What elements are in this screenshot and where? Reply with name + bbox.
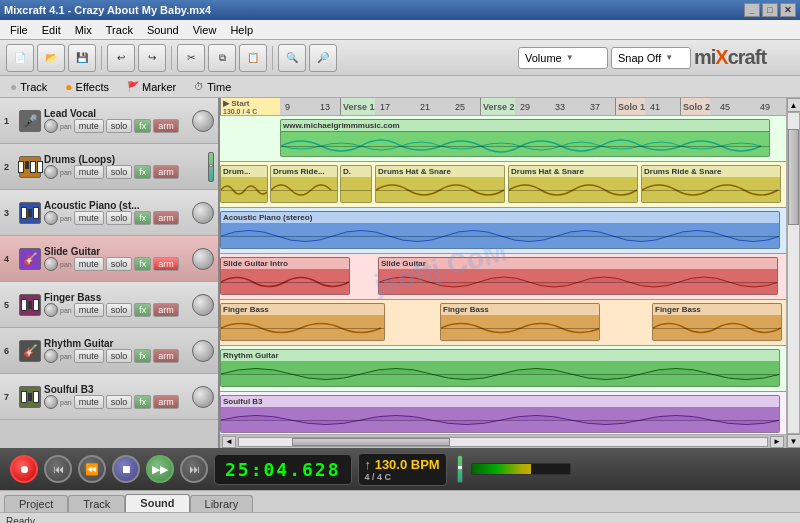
scroll-left-button[interactable]: ◄	[222, 436, 236, 448]
clip[interactable]: Finger Bass	[652, 303, 782, 341]
solo-button[interactable]: solo	[106, 349, 133, 363]
minimize-button[interactable]: _	[744, 3, 760, 17]
menu-view[interactable]: View	[187, 22, 223, 38]
volume-knob[interactable]	[192, 294, 214, 316]
mute-button[interactable]: mute	[74, 165, 104, 179]
tab-marker[interactable]: 🚩 Marker	[121, 79, 182, 95]
volume-dropdown[interactable]: Volume ▼	[518, 47, 608, 69]
vscroll-track[interactable]	[787, 112, 800, 434]
arm-button[interactable]: arm	[153, 165, 179, 179]
fx-button[interactable]: fx	[134, 303, 151, 317]
clip[interactable]: Slide Guitar Intro	[220, 257, 350, 295]
zoom-in-button[interactable]: 🔍	[278, 44, 306, 72]
pan-knob[interactable]	[44, 303, 58, 317]
scroll-track[interactable]	[238, 437, 768, 447]
undo-button[interactable]: ↩	[107, 44, 135, 72]
new-button[interactable]: 📄	[6, 44, 34, 72]
menu-help[interactable]: Help	[224, 22, 259, 38]
mute-button[interactable]: mute	[74, 349, 104, 363]
menu-edit[interactable]: Edit	[36, 22, 67, 38]
pan-knob[interactable]	[44, 395, 58, 409]
play-button[interactable]: ▶▶	[146, 455, 174, 483]
clip[interactable]: Soulful B3	[220, 395, 780, 433]
fx-button[interactable]: fx	[134, 165, 151, 179]
clip[interactable]: Rhythm Guitar	[220, 349, 780, 387]
clip[interactable]: Drum...	[220, 165, 268, 203]
clip[interactable]: D.	[340, 165, 372, 203]
volume-knob[interactable]	[192, 340, 214, 362]
rewind-button[interactable]: ⏪	[78, 455, 106, 483]
fx-button[interactable]: fx	[134, 119, 151, 133]
redo-button[interactable]: ↪	[138, 44, 166, 72]
mute-button[interactable]: mute	[74, 395, 104, 409]
clip[interactable]: Slide Guitar	[378, 257, 778, 295]
clip[interactable]: Drums Hat & Snare	[508, 165, 638, 203]
menu-track[interactable]: Track	[100, 22, 139, 38]
tab-track-bottom[interactable]: Track	[68, 495, 125, 512]
volume-fader[interactable]	[208, 152, 214, 182]
arm-button[interactable]: arm	[153, 303, 179, 317]
solo-button[interactable]: solo	[106, 303, 133, 317]
pan-knob[interactable]	[44, 349, 58, 363]
clip[interactable]: Finger Bass	[440, 303, 600, 341]
arm-button[interactable]: arm	[153, 257, 179, 271]
pan-knob[interactable]	[44, 211, 58, 225]
volume-knob[interactable]	[192, 248, 214, 270]
vscroll-thumb[interactable]	[788, 129, 799, 225]
close-button[interactable]: ✕	[780, 3, 796, 17]
clip[interactable]: Drums Ride & Snare	[641, 165, 781, 203]
arm-button[interactable]: arm	[153, 211, 179, 225]
mute-button[interactable]: mute	[74, 119, 104, 133]
vscroll-up-button[interactable]: ▲	[787, 98, 801, 112]
vscroll-down-button[interactable]: ▼	[787, 434, 801, 448]
solo-button[interactable]: solo	[106, 257, 133, 271]
solo-button[interactable]: solo	[106, 165, 133, 179]
save-button[interactable]: 💾	[68, 44, 96, 72]
tab-track[interactable]: ● Track	[4, 78, 53, 96]
menu-mix[interactable]: Mix	[69, 22, 98, 38]
arm-button[interactable]: arm	[153, 119, 179, 133]
arm-button[interactable]: arm	[153, 349, 179, 363]
record-button[interactable]: ⏺	[10, 455, 38, 483]
scroll-right-button[interactable]: ►	[770, 436, 784, 448]
solo-button[interactable]: solo	[106, 211, 133, 225]
mute-button[interactable]: mute	[74, 257, 104, 271]
menu-sound[interactable]: Sound	[141, 22, 185, 38]
volume-knob[interactable]	[192, 202, 214, 224]
go-end-button[interactable]: ⏭	[180, 455, 208, 483]
clip[interactable]: www.michaelgrimmmusic.com	[280, 119, 770, 157]
mute-button[interactable]: mute	[74, 211, 104, 225]
fx-button[interactable]: fx	[134, 257, 151, 271]
tab-time[interactable]: ⏱ Time	[188, 79, 237, 95]
tab-project[interactable]: Project	[4, 495, 68, 512]
clip[interactable]: Drums Ride...	[270, 165, 338, 203]
zoom-out-button[interactable]: 🔎	[309, 44, 337, 72]
master-volume-fader[interactable]	[457, 455, 463, 483]
tab-sound[interactable]: Sound	[125, 494, 189, 512]
stop-button[interactable]: ⏹	[112, 455, 140, 483]
solo-button[interactable]: solo	[106, 119, 133, 133]
pan-knob[interactable]	[44, 165, 58, 179]
volume-knob[interactable]	[192, 386, 214, 408]
clip[interactable]: Finger Bass	[220, 303, 385, 341]
pan-knob[interactable]	[44, 257, 58, 271]
copy-button[interactable]: ⧉	[208, 44, 236, 72]
tab-library[interactable]: Library	[190, 495, 254, 512]
paste-button[interactable]: 📋	[239, 44, 267, 72]
open-button[interactable]: 📂	[37, 44, 65, 72]
fx-button[interactable]: fx	[134, 395, 151, 409]
clip[interactable]: Acoustic Piano (stereo)	[220, 211, 780, 249]
scroll-thumb[interactable]	[292, 438, 450, 446]
tab-effects[interactable]: ● Effects	[59, 78, 115, 96]
maximize-button[interactable]: □	[762, 3, 778, 17]
mute-button[interactable]: mute	[74, 303, 104, 317]
fx-button[interactable]: fx	[134, 349, 151, 363]
fx-button[interactable]: fx	[134, 211, 151, 225]
arm-button[interactable]: arm	[153, 395, 179, 409]
solo-button[interactable]: solo	[106, 395, 133, 409]
pan-knob[interactable]	[44, 119, 58, 133]
cut-button[interactable]: ✂	[177, 44, 205, 72]
snap-dropdown[interactable]: Snap Off ▼	[611, 47, 691, 69]
go-start-button[interactable]: ⏮	[44, 455, 72, 483]
clip[interactable]: Drums Hat & Snare	[375, 165, 505, 203]
